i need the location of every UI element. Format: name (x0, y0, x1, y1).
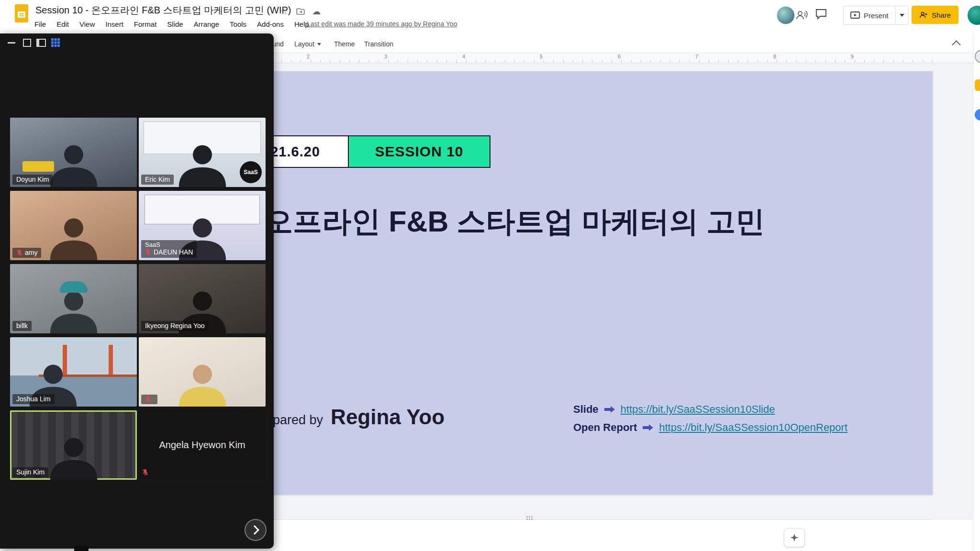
participant-name: Joshua Lim (12, 394, 55, 404)
menu-slide[interactable]: Slide (166, 19, 184, 29)
participant-name-centered: Angela Hyewon Kim (139, 410, 266, 480)
calendar-icon[interactable] (975, 109, 980, 121)
video-tile[interactable]: Joshua Lim (10, 337, 137, 407)
menu-arrange[interactable]: Arrange (193, 19, 220, 29)
app-header: Session 10 - 온오프라인 F&B 스타트업 마케터의 고민 (WIP… (0, 0, 980, 35)
keep-icon[interactable] (975, 79, 980, 91)
slide-link-label: Slide (573, 403, 599, 416)
layout-label: Layout (294, 40, 314, 48)
participant-name: Sujin Kim (12, 467, 48, 477)
present-label: Present (864, 11, 889, 20)
menu-file[interactable]: File (33, 19, 47, 29)
account-avatar[interactable] (968, 6, 980, 25)
menu-format[interactable]: Format (133, 19, 158, 29)
present-to-meeting-icon[interactable] (795, 9, 808, 21)
zoom-taskbar-nub[interactable] (74, 546, 89, 551)
arrow-right-icon (603, 405, 616, 414)
present-button[interactable]: Present (843, 6, 895, 25)
caret-down-icon (317, 43, 321, 45)
document-title[interactable]: Session 10 - 온오프라인 F&B 스타트업 마케터의 고민 (WIP… (35, 4, 291, 17)
video-tile[interactable]: billk (10, 264, 137, 333)
video-tile-active-speaker[interactable]: Sujin Kim (10, 410, 137, 480)
report-link-url[interactable]: https://bit.ly/SaaSSession10OpenReport (659, 421, 847, 434)
slides-logo-icon[interactable] (14, 4, 29, 23)
muted-mic-icon (145, 396, 151, 403)
muted-mic-icon (145, 249, 151, 256)
participant-name: Ikyeong Regina Yoo (141, 321, 209, 331)
menu-addons[interactable]: Add-ons (256, 19, 285, 29)
speaker-view-icon[interactable] (36, 38, 46, 47)
saas-badge: SaaS (240, 161, 262, 183)
comments-icon[interactable] (815, 8, 828, 21)
video-tile[interactable]: Ikyeong Regina Yoo (139, 264, 266, 333)
prepared-by-textbox[interactable]: prepared by Regina Yoo (254, 405, 445, 429)
screen: Session 10 - 온오프라인 F&B 스타트업 마케터의 고민 (WIP… (0, 0, 980, 551)
share-button[interactable]: Share (912, 6, 958, 24)
side-panel-icon-1[interactable] (975, 50, 980, 63)
gallery-view-icon[interactable] (51, 38, 60, 47)
explore-button[interactable] (784, 528, 805, 547)
restore-window-icon[interactable] (22, 38, 32, 47)
minimize-icon[interactable] (7, 38, 16, 47)
menu-view[interactable]: View (78, 19, 96, 29)
title-strong: F&B (389, 205, 448, 238)
title-post: 스타트업 마케터의 고민 (449, 205, 765, 238)
links-textbox[interactable]: Slide https://bit.ly/SaaSSession10Slide … (573, 403, 847, 434)
participant-name: Eric Kim (141, 175, 174, 185)
present-options-caret[interactable] (895, 6, 909, 25)
caret-down-icon (900, 14, 904, 17)
report-link-row: Open Report https://bit.ly/SaaSSession10… (573, 421, 847, 434)
ruler-mark: 3 (384, 54, 387, 59)
video-tile[interactable]: SaaS DAEUN HAN (139, 191, 266, 260)
menu-tools[interactable]: Tools (229, 19, 247, 29)
cloud-saved-icon[interactable]: ☁ (311, 6, 322, 17)
bridge-tower (109, 345, 113, 375)
session-badge[interactable]: SESSION 10 (348, 135, 490, 168)
participant-name: billk (12, 321, 32, 331)
video-tile[interactable]: Angela Hyewon Kim (139, 410, 266, 480)
video-tile[interactable]: Doyun Kim (10, 118, 137, 187)
video-grid: Doyun Kim SaaS Eric Kim amy SaaS (10, 118, 266, 480)
ruler-mark: 5 (540, 54, 543, 59)
person-add-icon (919, 11, 928, 19)
muted-mic-icon (16, 249, 22, 256)
muted-mic-icon (142, 469, 148, 476)
zoom-window[interactable]: Doyun Kim SaaS Eric Kim amy SaaS (0, 33, 274, 549)
star-icon[interactable]: ☆ (279, 6, 290, 17)
notes-resize-handle[interactable] (526, 516, 533, 520)
ruler-mark: 7 (695, 54, 698, 59)
menu-bar: File Edit View Insert Format Slide Arran… (33, 19, 310, 29)
next-page-button[interactable] (245, 519, 267, 541)
collaborator-avatar[interactable] (777, 6, 795, 24)
last-edit-link[interactable]: Last edit was made 39 minutes ago by Reg… (307, 20, 457, 28)
session-text: SESSION 10 (375, 143, 463, 160)
video-tile[interactable]: amy (10, 191, 137, 260)
report-link-label: Open Report (573, 421, 637, 434)
participant-name: amy (12, 248, 41, 258)
participant-name: Doyun Kim (12, 175, 53, 185)
transition-button[interactable]: Transition (360, 38, 397, 50)
zoom-titlebar (0, 33, 274, 52)
ruler-mark: 6 (618, 54, 621, 59)
menu-edit[interactable]: Edit (56, 19, 70, 29)
person-silhouette (166, 134, 239, 187)
ruler-mark: 9 (851, 54, 854, 59)
participant-name: SaaS DAEUN HAN (141, 240, 197, 258)
explore-star-icon (790, 533, 799, 542)
share-label: Share (932, 11, 951, 19)
collapse-toolbar-icon[interactable] (952, 40, 960, 49)
slide-link-url[interactable]: https://bit.ly/SaaSSession10Slide (621, 403, 775, 416)
author-name: Regina Yoo (331, 405, 445, 429)
theme-button[interactable]: Theme (330, 38, 359, 50)
transition-label: Transition (364, 40, 393, 48)
video-tile[interactable]: SaaS Eric Kim (139, 118, 266, 187)
side-panel-strip (973, 33, 980, 551)
video-tile[interactable] (139, 337, 266, 407)
menu-insert[interactable]: Insert (104, 19, 124, 29)
present-screen-icon (850, 11, 860, 19)
person-silhouette (37, 208, 111, 260)
layout-button[interactable]: Layout (290, 38, 325, 50)
move-folder-icon[interactable] (295, 6, 306, 17)
person-silhouette (166, 354, 239, 407)
slide-title[interactable]: 온·오프라인 F&B 스타트업 마케터의 고민 (225, 204, 765, 239)
